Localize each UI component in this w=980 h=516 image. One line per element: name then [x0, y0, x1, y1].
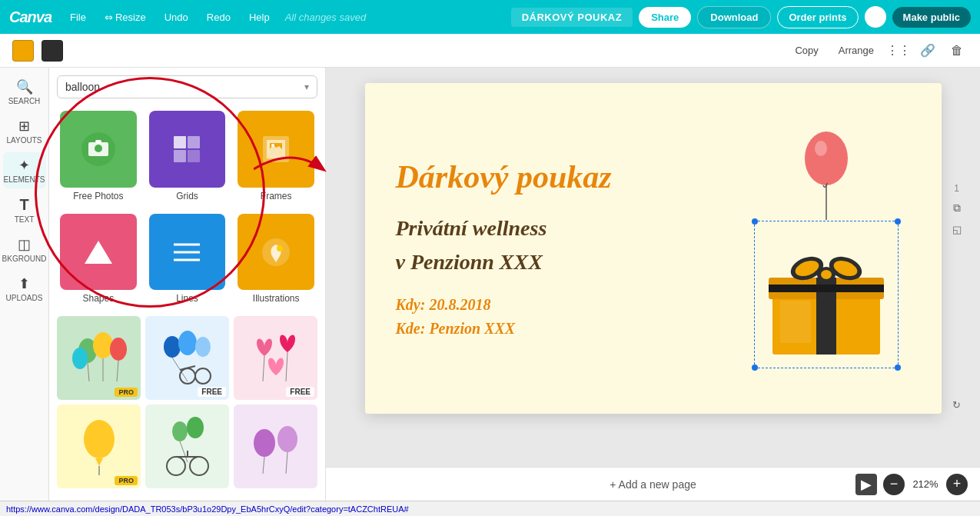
canvas-wrapper: Dárkový poukaz Privátní wellness v Penzi…: [365, 83, 942, 414]
canvas-subtitle2[interactable]: v Penzionn XXX: [396, 248, 742, 276]
canvas-card[interactable]: Dárkový poukaz Privátní wellness v Penzi…: [365, 83, 942, 414]
canvas-title[interactable]: Dárkový poukaz: [396, 159, 742, 195]
document-title[interactable]: DÁRKOVÝ POUKAZ: [511, 8, 633, 27]
svg-point-44: [254, 429, 275, 457]
category-label-illustrations: Illustrations: [253, 293, 300, 304]
svg-point-37: [172, 421, 188, 441]
svg-rect-5: [188, 136, 200, 148]
sidebar-item-search[interactable]: 🔍 SEARCH: [3, 74, 46, 110]
file-menu[interactable]: File: [64, 8, 92, 26]
arrange-button[interactable]: Arrange: [832, 42, 880, 59]
top-navigation: Canva File ⇔ Resize Undo Redo Help All c…: [0, 0, 980, 34]
copy-page-icon[interactable]: ⧉: [949, 200, 965, 215]
secondary-toolbar: Copy Arrange ⋮⋮ 🔗 🗑: [0, 34, 980, 68]
search-results-grid: PRO FREE: [57, 316, 317, 488]
link-icon[interactable]: 🔗: [917, 40, 938, 62]
sidebar-item-layouts[interactable]: ⊞ LAYOUTS: [3, 113, 46, 149]
order-prints-button[interactable]: Order prints: [777, 6, 858, 28]
category-grids[interactable]: Grids: [146, 108, 229, 205]
image-result-2[interactable]: FREE: [145, 316, 229, 400]
bottom-bar: + Add a new page ▶ − 212% +: [326, 467, 980, 501]
zoom-in-button[interactable]: +: [946, 474, 968, 495]
trash-icon[interactable]: 🗑: [946, 40, 968, 62]
svg-rect-54: [769, 285, 884, 292]
canvas-text-column: Dárkový poukaz Privátní wellness v Penzi…: [396, 159, 742, 338]
category-label-lines: Lines: [176, 293, 198, 304]
sidebar-item-uploads[interactable]: ⬆ UPLOADS: [3, 271, 46, 307]
category-thumb-grids: [149, 111, 226, 188]
svg-rect-7: [188, 150, 200, 162]
search-icon: 🔍: [16, 78, 33, 95]
help-button[interactable]: Help: [243, 8, 276, 26]
autosave-status: All changes saved: [285, 12, 505, 23]
page-number: 1: [954, 183, 959, 194]
color-swatch-1[interactable]: [12, 40, 34, 62]
avatar[interactable]: [865, 6, 886, 28]
category-free-photos[interactable]: Free Photos: [57, 108, 140, 205]
image-result-3[interactable]: FREE: [234, 316, 317, 400]
grid-icon[interactable]: ⋮⋮: [888, 40, 909, 62]
copy-button[interactable]: Copy: [789, 42, 824, 59]
pro-badge-2: PRO: [115, 476, 138, 485]
gift-box-element[interactable]: [757, 224, 895, 362]
rotate-icon[interactable]: ↻: [949, 397, 965, 412]
sidebar-icons: 🔍 SEARCH ⊞ LAYOUTS ✦ ELEMENTS T TEXT ◫ B…: [0, 68, 49, 516]
svg-rect-6: [174, 150, 186, 162]
svg-point-41: [190, 457, 208, 475]
sidebar-item-text[interactable]: T TEXT: [3, 191, 46, 228]
resize-button[interactable]: ⇔ Resize: [98, 8, 152, 26]
image-result-4[interactable]: PRO: [57, 404, 141, 488]
svg-marker-12: [85, 241, 112, 264]
category-thumb-shapes: [60, 214, 137, 291]
sidebar-item-elements[interactable]: ✦ ELEMENTS: [3, 152, 46, 188]
canvas-detail2[interactable]: Kde: Penzion XXX: [396, 320, 742, 338]
category-lines[interactable]: Lines: [146, 211, 229, 308]
layouts-icon: ⊞: [18, 118, 30, 135]
canvas-detail1[interactable]: Kdy: 20.8.2018: [396, 296, 742, 314]
gift-element-wrapper[interactable]: [757, 224, 895, 365]
elements-category-grid: Free Photos Grids: [57, 108, 317, 307]
download-button[interactable]: Download: [697, 6, 771, 28]
add-page-button[interactable]: + Add a new page: [610, 478, 696, 491]
svg-line-31: [180, 366, 195, 370]
sidebar-item-background[interactable]: ◫ BKGROUND: [3, 231, 46, 268]
resize-icon: ⇔: [105, 12, 113, 23]
image-result-5[interactable]: [145, 404, 229, 488]
undo-button[interactable]: Undo: [158, 8, 194, 26]
svg-point-17: [277, 245, 283, 251]
svg-point-30: [195, 368, 211, 384]
category-label-free-photos: Free Photos: [73, 191, 123, 201]
category-illustrations[interactable]: Illustrations: [234, 211, 317, 308]
svg-point-34: [84, 420, 115, 458]
svg-marker-35: [95, 458, 103, 466]
pro-badge: PRO: [115, 388, 138, 397]
search-input[interactable]: [65, 81, 304, 93]
sidebar-item-label: UPLOADS: [6, 294, 43, 302]
redo-button[interactable]: Redo: [201, 8, 237, 26]
text-icon: T: [19, 196, 28, 214]
balloon-element[interactable]: [796, 131, 857, 224]
sidebar-item-label: BKGROUND: [2, 255, 47, 263]
image-result-6[interactable]: [234, 404, 317, 488]
zoom-out-button[interactable]: −: [883, 474, 905, 495]
present-icon[interactable]: ▶: [855, 474, 877, 495]
share-button[interactable]: Share: [639, 7, 691, 28]
delete-page-icon[interactable]: ◱: [949, 221, 965, 237]
handle-tr: [895, 218, 901, 225]
svg-point-49: [815, 141, 827, 156]
dropdown-arrow-icon[interactable]: ▾: [304, 82, 309, 92]
category-frames[interactable]: Frames: [234, 108, 317, 205]
category-shapes[interactable]: Shapes: [57, 211, 140, 308]
category-thumb-free-photos: [60, 111, 137, 188]
category-label-grids: Grids: [176, 191, 198, 201]
sidebar-item-label: TEXT: [15, 215, 35, 224]
sidebar-item-label: LAYOUTS: [7, 136, 42, 145]
color-swatch-2[interactable]: [42, 40, 63, 62]
svg-point-11: [271, 144, 274, 147]
svg-point-20: [110, 338, 127, 361]
canvas-subtitle1[interactable]: Privátní wellness: [396, 215, 742, 242]
handle-bl: [752, 365, 758, 371]
image-result-1[interactable]: PRO: [57, 316, 141, 400]
make-public-button[interactable]: Make public: [892, 7, 971, 28]
svg-line-22: [88, 363, 89, 381]
